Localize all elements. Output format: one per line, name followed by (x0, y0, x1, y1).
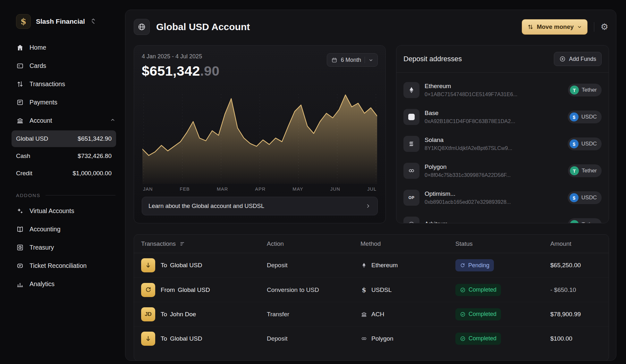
sort-filter-icon[interactable] (180, 241, 186, 247)
status-badge-completed: Completed (455, 333, 501, 345)
transaction-row[interactable]: ToGlobal USD Deposit Polygon Completed $… (134, 326, 609, 351)
period-selector[interactable]: 6 Month (327, 53, 378, 67)
sidebar-item-analytics[interactable]: Analytics (0, 275, 125, 293)
globe-icon (134, 19, 150, 35)
x-tick: MAR (217, 186, 228, 192)
x-tick: JUN (330, 186, 340, 192)
token-badge-usdc: $ USDC (568, 137, 602, 150)
learn-about-button[interactable]: Learn about the Global account and USDSL (142, 197, 378, 215)
network-name: Ethereum (425, 83, 563, 90)
network-name: Optimism... (425, 190, 563, 197)
deposit-item-base[interactable]: Base 0xA92B18C1D4F0F8C63B78E1DA2... $ US… (403, 103, 602, 130)
column-status: Status (448, 240, 543, 247)
tx-action-cell: Deposit (260, 262, 353, 269)
sidebar-item-transactions[interactable]: Transactions (0, 75, 125, 93)
sidebar-account-cash[interactable]: Cash $732,426.80 (12, 148, 116, 164)
deposit-item-info: Ethereum 0×1ABC7154748D1CE5149F7A31E6... (425, 83, 563, 97)
chevron-down-icon (577, 24, 582, 29)
token-badge-tether: T Tether (568, 218, 602, 223)
period-label: 6 Month (341, 57, 361, 63)
account-list: Global USD $651,342.90 Cash $732,426.80 … (0, 130, 125, 182)
usdsl-icon: $ (360, 286, 368, 294)
tx-action-cell: Transfer (260, 311, 353, 318)
chevron-right-icon (365, 203, 371, 209)
slash-logo-icon: $ (16, 14, 31, 29)
tx-method-cell: Ethereum (353, 262, 448, 269)
deposit-item-info: Base 0xA92B18C1D4F0F8C63B78E1DA2... (425, 110, 563, 124)
solana-icon (403, 136, 419, 152)
ethereum-icon (360, 262, 368, 268)
deposit-item-arbitrum[interactable]: Arbitrum... T Tether (403, 211, 602, 223)
check-circle-icon (460, 336, 466, 342)
optimism-icon: OP (403, 190, 419, 206)
plus-circle-icon (559, 56, 566, 62)
tx-status-cell: Completed (448, 333, 543, 345)
transaction-row[interactable]: ToGlobal USD Deposit Ethereum Pending $6… (134, 253, 609, 277)
bank-icon (360, 311, 368, 318)
account-label: Credit (16, 170, 32, 177)
deposit-item-optimism[interactable]: OP Optimism... 0xb8901acb165ed027e329893… (403, 184, 602, 211)
polygon-icon (403, 163, 419, 179)
payments-icon (16, 99, 24, 106)
workspace-switcher[interactable]: $ Slash Financial (0, 11, 125, 32)
sidebar-item-home[interactable]: Home (0, 38, 125, 57)
column-amount: Amount (543, 240, 609, 247)
sidebar-item-treasury[interactable]: Treasury (0, 238, 125, 257)
token-badge-usdc: $ USDC (568, 191, 602, 204)
ticket-icon (16, 262, 24, 270)
sidebar-item-accounting[interactable]: Accounting (0, 220, 125, 238)
transaction-row[interactable]: JD ToJohn Doe Transfer ACH Completed (134, 302, 609, 326)
nav-label: Payments (30, 99, 57, 106)
sidebar-item-cards[interactable]: Cards (0, 57, 125, 75)
tether-icon: T (570, 220, 579, 223)
x-tick: MAY (292, 186, 303, 192)
deposit-item-solana[interactable]: Solana 8Y1KQ8XtfmUdjkfA2eBpt67SLCw9... $… (403, 130, 602, 157)
status-badge-completed: Completed (455, 308, 501, 320)
x-tick: APR (255, 186, 266, 192)
x-tick: JAN (143, 186, 153, 192)
deposit-item-info: Optimism... 0xb8901acb165ed027e329893928… (425, 190, 563, 205)
settings-gear-icon[interactable]: ⚙ (601, 23, 608, 31)
tx-party-cell: FromGlobal USD (134, 283, 260, 297)
move-money-button[interactable]: Move money (522, 19, 588, 35)
transaction-row[interactable]: FromGlobal USD Conversion to USD $ USDSL… (134, 277, 609, 302)
vault-icon (16, 244, 24, 252)
token-badge-tether: T Tether (568, 164, 602, 177)
refresh-icon (460, 263, 465, 268)
tx-method-cell: $ USDSL (353, 286, 448, 294)
sidebar-item-payments[interactable]: Payments (0, 93, 125, 112)
wallet-address: 0×8f04c75b331c3099876A22D56F... (425, 172, 563, 178)
tx-action-cell: Conversion to USD (260, 286, 353, 294)
deposit-item-polygon[interactable]: Polygon 0×8f04c75b331c3099876A22D56F... … (403, 157, 602, 184)
sidebar: $ Slash Financial Home Cards Transaction… (0, 0, 125, 364)
polygon-icon (360, 335, 368, 342)
header-divider (594, 22, 594, 32)
network-name: Arbitrum... (425, 220, 563, 223)
page-title: Global USD Account (156, 21, 250, 32)
addons-nav: Virtual Accounts Accounting Treasury Tic… (0, 202, 125, 293)
usdc-icon: $ (570, 112, 579, 121)
tx-amount-cell: $100.00 (543, 335, 609, 342)
x-tick: JUL (367, 186, 376, 192)
add-funds-button[interactable]: Add Funds (554, 52, 602, 66)
addons-section-label: ADDONS (16, 193, 115, 198)
wallet-address: 8Y1KQ8XtfmUdjkfA2eBpt67SLCw9... (425, 145, 563, 151)
sidebar-account-credit[interactable]: Credit $1,000,000.00 (12, 165, 116, 182)
account-balance: $732,426.80 (78, 153, 112, 160)
sidebar-item-ticket-reconciliation[interactable]: Ticket Reconciliation (0, 257, 125, 275)
tx-status-cell: Pending (448, 259, 543, 271)
account-balance: $1,000,000.00 (72, 170, 112, 177)
deposit-item-ethereum[interactable]: Ethereum 0×1ABC7154748D1CE5149F7A31E6...… (403, 77, 602, 103)
date-range: 4 Jan 2025 - 4 Jul 2025 (142, 53, 219, 60)
chevron-up-icon (110, 117, 115, 124)
balance-block: 4 Jan 2025 - 4 Jul 2025 $651,342.90 (142, 53, 219, 79)
nav-label: Home (30, 44, 46, 51)
bar-chart-icon (16, 280, 24, 288)
chevron-down-icon (368, 58, 373, 62)
sidebar-account-global-usd[interactable]: Global USD $651,342.90 (12, 130, 116, 147)
sidebar-item-account[interactable]: Account (0, 112, 125, 130)
sidebar-item-virtual-accounts[interactable]: Virtual Accounts (0, 202, 125, 220)
tx-party-cell: JD ToJohn Doe (134, 307, 260, 321)
column-transactions: Transactions (134, 240, 260, 247)
nav-label: Treasury (30, 244, 54, 251)
